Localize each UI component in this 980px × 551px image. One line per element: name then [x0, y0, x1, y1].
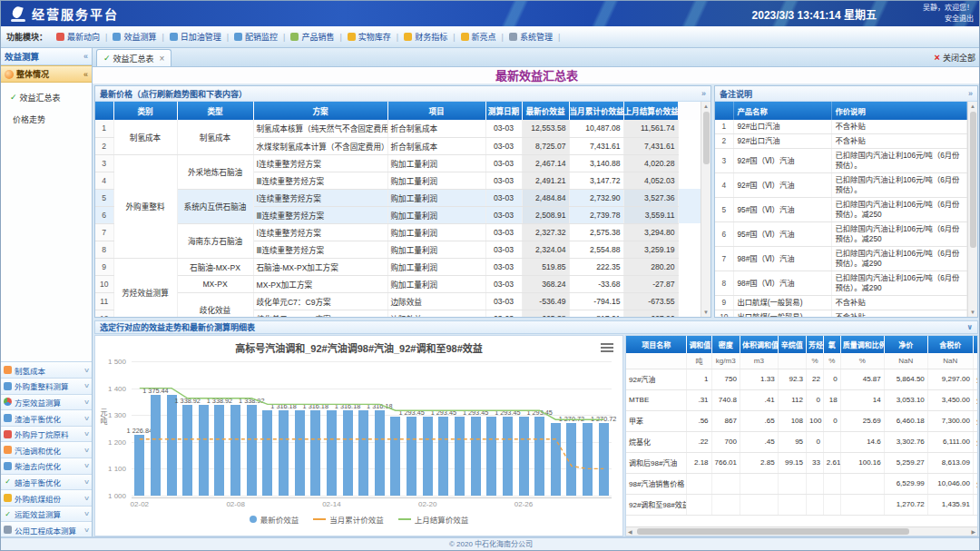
legend-item[interactable]: 上月结算价效益	[398, 514, 469, 525]
blend-detail-table: 项目名称调和值密度体积调和值辛烷值芳烃氧质量调和比例净价含税价作价原则吨kg/m…	[626, 336, 977, 516]
note-row[interactable]: 9出口航煤(一般贸易)不含补贴	[715, 296, 967, 310]
col-header: 项目	[387, 102, 485, 120]
sidebar-item-label: 效益汇总表	[20, 92, 61, 103]
notes-panel-collapse-icon[interactable]: »	[968, 89, 973, 98]
price-row[interactable]: 10MX-PXMX-PX加工方案购加工量利润03-03368.24-33.68-…	[95, 275, 701, 292]
col-rowno	[95, 102, 113, 120]
menu-item-6[interactable]: 实物库存	[344, 31, 395, 43]
monitor-icon	[234, 33, 242, 41]
accordion-4[interactable]: 渣油平衡优化∨	[1, 410, 92, 427]
detail-cell: 3,450.00	[927, 389, 973, 410]
chart-menu-icon[interactable]	[601, 341, 613, 354]
menu-item-2[interactable]: 效益测算	[109, 31, 160, 43]
menu-item-4[interactable]: 配销监控	[230, 31, 281, 43]
note-row[interactable]: 10出口航煤(一般贸易)不含补贴	[715, 310, 967, 318]
cell-plan: Ⅰ连续重整芳烃方案	[253, 154, 387, 172]
col-rowno	[715, 102, 733, 120]
note-row[interactable]: 798#国（Ⅵ）汽油已扣除国内汽油让利106元/吨（6月份预估）。减290	[715, 247, 967, 271]
note-row[interactable]: 695#国（Ⅵ）汽油已扣除国内汽油让利106元/吨（6月份预估）。减250	[715, 222, 967, 247]
close-all-icon: ×	[935, 52, 940, 63]
detail-cell: 92#汽油	[626, 369, 687, 389]
price-row[interactable]: 1制氢成本制氢成本制氢成本核算（纯天然气不含固定费用）折合制氢成本03-0312…	[95, 120, 701, 137]
collapse-left-icon[interactable]: «	[83, 52, 88, 61]
legend-item[interactable]: 最新价效益	[250, 514, 299, 525]
detail-cell: 22	[807, 369, 824, 389]
sidebar-group-overview[interactable]: 整体情况 «	[1, 65, 92, 83]
detail-cell: .45	[740, 431, 778, 452]
sidebar-title[interactable]: 效益测算 «	[1, 48, 92, 65]
menu-item-8[interactable]: 新亮点	[457, 31, 500, 43]
note-row[interactable]: 192#出口汽油不含补贴	[715, 120, 967, 134]
y-tick-label: 1 500	[101, 358, 126, 366]
tab-benefit-summary[interactable]: ✓ 效益汇总表 ×	[96, 49, 172, 66]
menu-item-5[interactable]: 产品销售	[287, 31, 338, 43]
group-collapse-icon[interactable]: «	[83, 70, 88, 79]
detail-cell	[823, 431, 840, 452]
price-row[interactable]: 7海南东方石脑油Ⅰ连续重整芳烃方案购加工量利润03-032,327.322,57…	[95, 223, 701, 241]
note-row[interactable]: 292#出口汽油不含补贴	[715, 134, 967, 149]
accordion-6[interactable]: 汽油调和优化∨	[1, 442, 92, 458]
row-number: 8	[715, 271, 733, 296]
cell-lastmonth-benefit: 4,020.28	[623, 154, 678, 172]
trend-section-collapse-icon[interactable]: ∨	[967, 323, 974, 331]
cell-product: 92#国（Ⅵ）汽油	[733, 149, 831, 173]
cell-item: 购加工量利润	[387, 189, 485, 206]
legend-item[interactable]: 当月累计价效益	[313, 514, 384, 525]
price-row[interactable]: 9芳烃效益测算石脑油-MX-PX石脑油-MX-PX加工方案购加工量利润03-03…	[95, 258, 701, 275]
price-row[interactable]: 3外购重整料外采地炼石脑油Ⅰ连续重整芳烃方案购加工量利润03-032,467.1…	[95, 154, 701, 172]
cell-item: 购加工量利润	[387, 275, 485, 292]
logout-link[interactable]: 安全退出	[945, 15, 974, 23]
accordion-8[interactable]: ✓蜡油平衡优化∨	[1, 475, 92, 491]
detail-cell: 750	[711, 369, 740, 389]
sidebar-item-1[interactable]: ✓效益汇总表	[10, 92, 86, 103]
doc-icon	[4, 382, 12, 390]
col-header: 含税价	[927, 336, 973, 353]
cell-date: 03-03	[485, 292, 522, 310]
accordion-label: 汽油调和优化	[15, 445, 61, 456]
sidebar-item-2[interactable]: 价格走势	[10, 113, 86, 125]
row-number: 11	[95, 292, 113, 310]
burst-icon	[4, 494, 12, 502]
row-number: 10	[95, 275, 113, 292]
cell-item: 购加工量利润	[387, 206, 485, 223]
detail-cell: 0	[823, 410, 840, 431]
accordion-label: 运距效益测算	[15, 508, 61, 519]
chart-plot-area[interactable]: 1 226.841 375.441 338.921 338.921 338.92…	[132, 361, 612, 496]
check-icon: ✓	[10, 93, 17, 102]
price-row[interactable]: 11歧化效益歧化单元C7：C9方案边际效益03-03-536.49-794.15…	[95, 292, 701, 310]
note-row[interactable]: 898#国（Ⅵ）汽油已扣除国内汽油让利106元/吨（6月份预估）。减290	[715, 271, 967, 296]
cell-latest-benefit: 2,324.04	[522, 241, 569, 258]
note-row[interactable]: 595#国（Ⅵ）汽油已扣除国内汽油让利106元/吨（6月份预估）。减250	[715, 198, 967, 222]
price-table-scrollbar[interactable]: ▲▼	[701, 102, 710, 317]
cell-date: 03-03	[485, 172, 522, 189]
detail-cell: 5,864.50	[884, 369, 927, 389]
note-row[interactable]: 492#国（Ⅵ）汽油已扣除国内汽油让利106元/吨（6月份预估）。	[715, 173, 967, 198]
tab-close-icon[interactable]: ×	[160, 54, 165, 64]
menu-item-1[interactable]: 最新动向	[53, 31, 103, 43]
cell-note: 已扣除国内汽油让利106元/吨（6月份预估）。减290	[831, 271, 967, 296]
menu-item-3[interactable]: 日加油管理	[166, 31, 225, 43]
detail-horizontal-scrollbar[interactable]: ◀▶	[626, 526, 977, 536]
price-row[interactable]: 5系统内互供石脑油Ⅰ连续重整芳烃方案购加工量利润03-032,484.842,7…	[95, 189, 701, 206]
menu-item-7[interactable]: 财务指标	[400, 31, 451, 43]
accordion-5[interactable]: 外购异丁烷原料∨	[1, 427, 92, 443]
accordion-10[interactable]: ✓运距效益测算∨	[1, 507, 92, 523]
unit-cell: %	[840, 353, 884, 369]
col-header: 净价	[884, 336, 927, 353]
menu-item-9[interactable]: 系统管理	[505, 31, 556, 43]
accordion-7[interactable]: 柴油去向优化∨	[1, 458, 92, 475]
notes-table-scrollbar[interactable]: ▲▼	[967, 102, 977, 317]
cell-filler	[678, 223, 701, 241]
group-badge-icon	[5, 70, 14, 79]
accordion-1[interactable]: 制氢成本∨	[1, 362, 92, 379]
accordion-2[interactable]: 外购重整料测算∨	[1, 379, 92, 395]
accordion-9[interactable]: 外购航煤组份∨	[1, 490, 92, 507]
cell-note: 不含补贴	[831, 134, 967, 149]
note-row[interactable]: 392#国（Ⅵ）汽油已扣除国内汽油让利106元/吨（6月份预估）。	[715, 149, 967, 173]
close-all-button[interactable]: × 关闭全部	[935, 52, 975, 64]
calendar-icon	[170, 33, 178, 41]
latest-price-panel: 最新价格（点行刷新趋势图和下表内容） » 类别类型方案项目测算日期最新价效益当月…	[94, 85, 711, 318]
detail-cell: 外购异丁烷价格	[973, 431, 977, 452]
accordion-3[interactable]: 方案效益测算∨	[1, 395, 92, 411]
price-panel-collapse-icon[interactable]: »	[701, 89, 706, 98]
